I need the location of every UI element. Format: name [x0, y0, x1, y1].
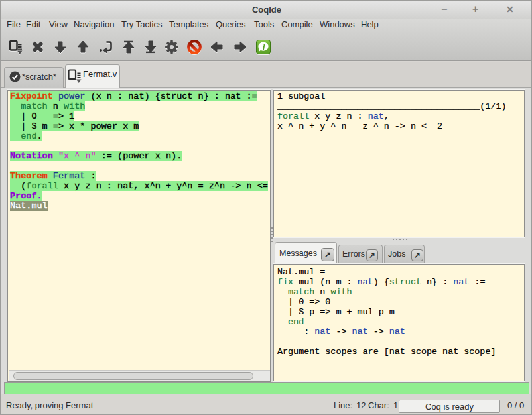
svg-text:i: i [263, 42, 265, 52]
